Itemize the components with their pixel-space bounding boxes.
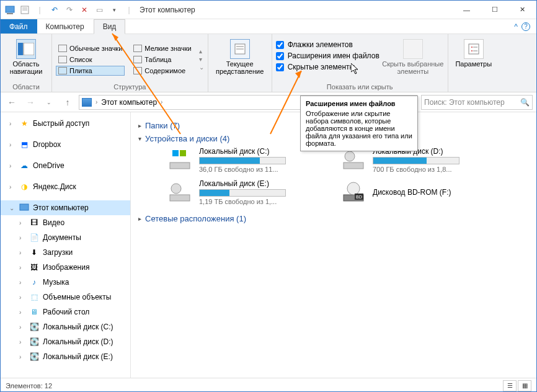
nav-thispc-label: Этот компьютер xyxy=(33,203,89,212)
section-network-label: Сетевые расположения (1) xyxy=(145,214,246,223)
nav-downloads[interactable]: ›⬇Загрузки xyxy=(1,245,130,260)
nav-downloads-label: Загрузки xyxy=(43,248,73,257)
recent-dropdown[interactable]: ⌄ xyxy=(42,95,56,110)
search-field[interactable]: Поиск: Этот компьютер 🔍 xyxy=(421,95,533,110)
nav-3d-objects[interactable]: ›⬚Объемные объекты xyxy=(1,290,130,305)
drive-f-name: Дисковод BD-ROM (F:) xyxy=(373,188,451,197)
nav-documents[interactable]: ›📄Документы xyxy=(1,230,130,245)
rename-icon[interactable]: ▭ xyxy=(92,3,106,17)
undo-icon[interactable]: ↶ xyxy=(48,3,61,17)
nav-videos[interactable]: ›🎞Видео xyxy=(1,215,130,230)
up-button[interactable]: ↑ xyxy=(60,95,75,110)
svg-rect-10 xyxy=(469,44,479,54)
ribbon-group-currentview: Текущее представление xyxy=(208,34,272,92)
layout-regular-icons[interactable]: Обычные значки xyxy=(56,43,125,53)
svg-point-22 xyxy=(171,184,181,194)
chk-item-flags[interactable]: Флажки элементов xyxy=(276,40,379,49)
nav-disk-c[interactable]: ›💽Локальный диск (C:) xyxy=(1,319,130,334)
drive-f[interactable]: BD Дисковод BD-ROM (F:) xyxy=(340,179,495,205)
layout-table[interactable]: Таблица xyxy=(131,55,193,65)
breadcrumb-chevron2-icon[interactable]: › xyxy=(161,99,162,105)
qat-dropdown-icon[interactable]: ▾ xyxy=(107,3,121,17)
svg-rect-19 xyxy=(344,163,363,169)
redo-icon[interactable]: ↷ xyxy=(63,3,76,17)
section-network[interactable]: ▸Сетевые расположения (1) xyxy=(138,214,529,223)
checkbox-column: Флажки элементов Расширения имен файлов … xyxy=(276,37,379,71)
breadcrumb-chevron-icon[interactable]: › xyxy=(95,99,97,105)
details-view-button[interactable]: ☰ xyxy=(503,380,517,391)
app-icon[interactable] xyxy=(3,3,17,17)
current-view-icon xyxy=(230,39,250,59)
qat-separator2: | xyxy=(122,3,136,17)
chk-ext-input[interactable] xyxy=(276,52,284,60)
svg-point-20 xyxy=(345,151,355,161)
layout-regular-label: Обычные значки xyxy=(69,45,122,52)
quick-access-toolbar: | ↶ ↷ ✕ ▭ ▾ | xyxy=(3,3,136,17)
nav-documents-label: Документы xyxy=(43,233,81,242)
parameters-icon xyxy=(464,39,484,59)
nav-disk-e[interactable]: ›💽Локальный диск (E:) xyxy=(1,349,130,364)
maximize-button[interactable]: ☐ xyxy=(481,1,508,19)
nav-onedrive[interactable]: ›☁OneDrive xyxy=(1,158,130,173)
nav-images[interactable]: ›🖼Изображения xyxy=(1,260,130,275)
search-icon[interactable]: 🔍 xyxy=(520,98,530,107)
group-showhide-label: Показать или скрыть xyxy=(276,82,444,91)
layout-tiles[interactable]: Плитка xyxy=(56,66,125,76)
tab-view[interactable]: Вид xyxy=(94,19,126,34)
chk-hidden-input[interactable] xyxy=(276,63,284,71)
minimize-button[interactable]: — xyxy=(453,1,481,19)
ribbon-group-show-hide: Флажки элементов Расширения имен файлов … xyxy=(272,34,448,92)
chk-file-extensions[interactable]: Расширения имен файлов xyxy=(276,51,379,60)
nav-disk-d[interactable]: ›💽Локальный диск (D:) xyxy=(1,334,130,349)
chk-hidden-items[interactable]: Скрытые элементы xyxy=(276,63,379,71)
back-button[interactable]: ← xyxy=(4,95,19,110)
svg-rect-1 xyxy=(7,13,13,14)
nav-music-label: Музыка xyxy=(43,278,69,287)
layout-tiles-label: Плитка xyxy=(69,67,92,74)
nav-this-pc[interactable]: ⌄Этот компьютер xyxy=(1,200,130,215)
hide-selected-button[interactable]: Скрыть выбранные элементы xyxy=(382,37,444,75)
drive-c[interactable]: Локальный диск (C:) 36,0 ГБ свободно из … xyxy=(167,147,322,173)
svg-point-24 xyxy=(347,182,360,195)
nav-music[interactable]: ›♪Музыка xyxy=(1,275,130,290)
layout-scroll[interactable]: ▴▾⌄ xyxy=(199,48,204,71)
tab-file[interactable]: Файл xyxy=(1,19,37,33)
search-placeholder: Поиск: Этот компьютер xyxy=(424,98,505,107)
current-view-button[interactable]: Текущее представление xyxy=(212,37,268,75)
svg-rect-0 xyxy=(6,6,14,12)
layout-list[interactable]: Список xyxy=(56,55,125,65)
parameters-button[interactable]: Параметры xyxy=(452,37,495,68)
drives-grid: Локальный диск (C:) 36,0 ГБ свободно из … xyxy=(138,147,529,205)
nav-desktop[interactable]: ›🖥Рабочий стол xyxy=(1,305,130,319)
close-button[interactable]: ✕ xyxy=(508,1,536,19)
svg-rect-6 xyxy=(24,43,34,55)
delete-icon[interactable]: ✕ xyxy=(78,3,91,17)
tab-computer[interactable]: Компьютер xyxy=(37,19,94,33)
svg-rect-16 xyxy=(170,163,190,169)
drive-e-icon xyxy=(167,179,193,205)
nav-yandex-disk[interactable]: ›◑Яндекс.Диск xyxy=(1,179,130,194)
ribbon-collapse-icon[interactable]: ^ ? xyxy=(508,19,536,33)
forward-button[interactable]: → xyxy=(23,95,38,110)
current-view-label: Текущее представление xyxy=(212,60,268,75)
large-view-button[interactable]: ▦ xyxy=(518,380,531,391)
drive-e[interactable]: Локальный диск (E:) 1,19 ТБ свободно из … xyxy=(167,179,322,205)
nav-quick-access[interactable]: ›★Быстрый доступ xyxy=(1,116,130,131)
chk-flags-input[interactable] xyxy=(276,41,284,49)
svg-rect-15 xyxy=(20,204,29,210)
layout-content[interactable]: Содержимое xyxy=(131,66,193,76)
hide-selected-label: Скрыть выбранные элементы xyxy=(382,60,444,75)
layout-small-icons[interactable]: Мелкие значки xyxy=(131,43,193,53)
parameters-label: Параметры xyxy=(455,60,492,68)
tooltip-body: Отображение или скрытие набора символов,… xyxy=(306,110,412,147)
chk-hidden-label: Скрытые элементы xyxy=(288,63,355,71)
layout-list-label: Список xyxy=(69,56,92,63)
properties-icon[interactable] xyxy=(18,3,32,17)
nav-desktop-label: Рабочий стол xyxy=(43,308,89,316)
breadcrumb-root[interactable]: Этот компьютер xyxy=(101,98,157,107)
nav-onedrive-label: OneDrive xyxy=(33,161,64,170)
drive-f-icon: BD xyxy=(340,179,366,205)
nav-pane-button[interactable]: Область навигации xyxy=(4,37,48,75)
nav-dropbox[interactable]: ›⬒Dropbox xyxy=(1,137,130,152)
group-layout-label: Структура xyxy=(56,82,204,91)
